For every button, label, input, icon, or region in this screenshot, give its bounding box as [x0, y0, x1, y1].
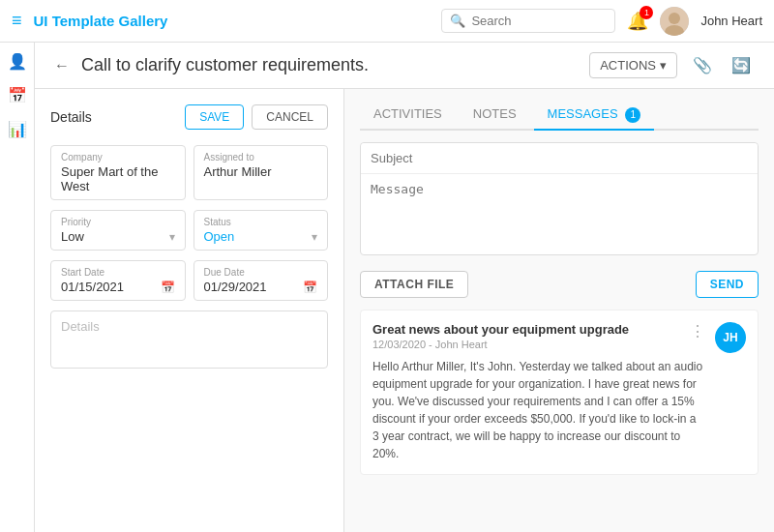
search-icon: 🔍	[450, 14, 465, 28]
page-header: ← Call to clarify customer requirements.…	[35, 43, 774, 89]
due-date-value: 01/29/2021	[204, 280, 267, 294]
refresh-icon[interactable]: 🔄	[728, 52, 755, 78]
start-date-calendar-icon[interactable]: 📅	[161, 281, 175, 294]
assigned-field[interactable]: Assigned to Arthur Miller	[194, 145, 329, 200]
priority-dropdown-icon: ▾	[169, 230, 175, 244]
status-value: Open	[204, 229, 235, 244]
subject-input[interactable]	[361, 143, 758, 174]
due-date-calendar-icon[interactable]: 📅	[303, 281, 317, 294]
compose-area	[360, 142, 759, 255]
status-dropdown-icon: ▾	[312, 230, 317, 244]
priority-value: Low	[61, 229, 84, 244]
priority-label: Priority	[61, 217, 175, 227]
due-date-field[interactable]: Due Date 01/29/2021 📅	[194, 260, 329, 301]
bell-badge: 1	[640, 6, 653, 19]
start-date-field[interactable]: Start Date 01/15/2021 📅	[50, 260, 186, 301]
company-value: Super Mart of the West	[61, 164, 175, 193]
status-field[interactable]: Status Open ▾	[194, 210, 329, 251]
messages-badge: 1	[625, 107, 640, 123]
hamburger-icon[interactable]: ≡	[12, 11, 22, 31]
start-date-value: 01/15/2021	[61, 280, 124, 294]
tab-activities[interactable]: ACTIVITIES	[360, 101, 456, 131]
priority-field[interactable]: Priority Low ▾	[50, 210, 186, 251]
compose-actions: ATTACH FILE SEND	[360, 267, 759, 302]
sidebar-calendar-icon[interactable]: 📅	[8, 86, 27, 104]
message-input[interactable]	[361, 174, 758, 251]
right-panel: ACTIVITIES NOTES MESSAGES 1 ATTACH FILE …	[344, 89, 774, 532]
avatar[interactable]	[660, 7, 689, 36]
details-textarea[interactable]: Details	[50, 310, 328, 369]
svg-point-1	[669, 13, 680, 24]
message-avatar: JH	[715, 322, 746, 353]
tabs: ACTIVITIES NOTES MESSAGES 1	[360, 101, 759, 131]
sidebar: 👤 📅 📊	[0, 43, 35, 532]
tab-messages[interactable]: MESSAGES 1	[534, 101, 655, 131]
cancel-button[interactable]: CANCEL	[252, 104, 328, 130]
app-title: UI Template Gallery	[34, 13, 431, 29]
message-title: Great news about your equipment upgrade	[372, 322, 629, 337]
sidebar-person-icon[interactable]: 👤	[8, 52, 27, 71]
actions-chevron-icon: ▾	[660, 58, 667, 73]
sidebar-chart-icon[interactable]: 📊	[8, 120, 27, 138]
search-input[interactable]	[471, 14, 607, 28]
actions-button[interactable]: ACTIONS ▾	[589, 52, 677, 78]
bell-icon[interactable]: 🔔 1	[627, 11, 648, 32]
send-button[interactable]: SEND	[696, 271, 759, 298]
tab-messages-label: MESSAGES	[548, 106, 618, 121]
message-body: Hello Arthur Miller, It's John. Yesterda…	[372, 358, 705, 462]
attach-file-button[interactable]: ATTACH FILE	[360, 271, 468, 298]
actions-label: ACTIONS	[600, 58, 656, 73]
due-date-label: Due Date	[204, 267, 318, 278]
message-meta: 12/03/2020 - John Heart	[372, 339, 629, 350]
search-box: 🔍	[441, 9, 615, 33]
details-panel: Details SAVE CANCEL Company Super Mart o…	[35, 89, 344, 532]
tab-notes[interactable]: NOTES	[460, 101, 530, 131]
details-title: Details	[50, 109, 92, 125]
save-button[interactable]: SAVE	[185, 104, 244, 130]
status-label: Status	[204, 217, 318, 227]
paperclip-icon[interactable]: 📎	[689, 52, 716, 78]
page-title: Call to clarify customer requirements.	[81, 55, 578, 75]
assigned-value: Arthur Miller	[204, 164, 318, 179]
back-arrow-icon[interactable]: ←	[54, 57, 70, 74]
message-content: Great news about your equipment upgrade …	[372, 322, 705, 462]
username: John Heart	[700, 14, 762, 28]
message-options-icon[interactable]: ⋮	[690, 322, 705, 340]
company-field[interactable]: Company Super Mart of the West	[50, 145, 186, 200]
start-date-label: Start Date	[61, 267, 175, 278]
message-card: Great news about your equipment upgrade …	[360, 310, 759, 475]
company-label: Company	[61, 152, 175, 163]
assigned-label: Assigned to	[204, 152, 318, 163]
